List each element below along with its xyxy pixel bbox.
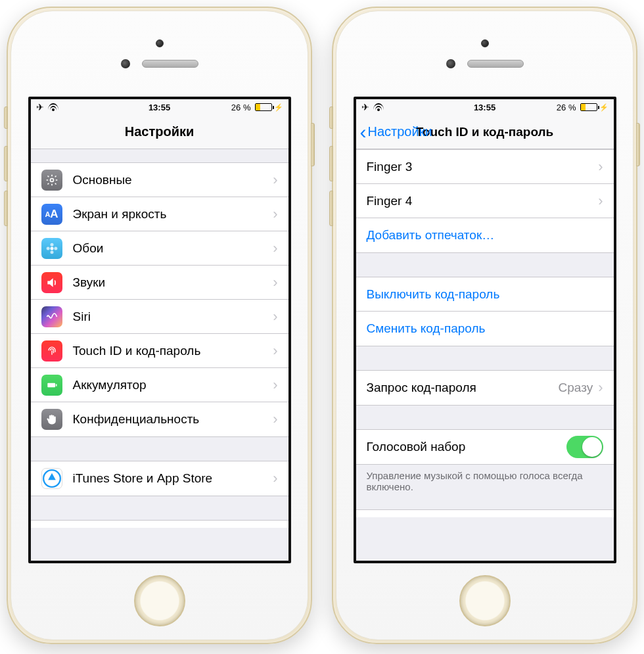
voice-dial-footer: Управление музыкой с помощью голоса всег…: [356, 465, 614, 498]
chevron-right-icon: ›: [273, 308, 277, 325]
phone-top-area: [11, 11, 308, 97]
charging-icon: ⚡: [599, 103, 609, 112]
row-general[interactable]: Основные ›: [31, 163, 288, 197]
row-label: Экран и яркость: [73, 207, 273, 222]
row-label: Сменить код-пароль: [367, 321, 603, 336]
chevron-right-icon: ›: [273, 206, 277, 223]
text-size-icon: AA: [41, 204, 62, 225]
home-button[interactable]: [134, 575, 185, 626]
chevron-right-icon: ›: [598, 158, 603, 175]
row-label: Звуки: [73, 275, 273, 290]
row-label: Обои: [73, 241, 273, 256]
row-privacy[interactable]: Конфиденциальность ›: [31, 402, 288, 436]
row-battery[interactable]: Аккумулятор ›: [31, 368, 288, 402]
svg-point-2: [50, 243, 53, 246]
row-turn-off-passcode[interactable]: Выключить код-пароль: [356, 277, 614, 312]
row-wallpaper[interactable]: Обои ›: [31, 231, 288, 266]
charging-icon: ⚡: [274, 103, 283, 112]
volume-down-button: [329, 191, 333, 226]
back-label: Настройки: [368, 124, 432, 139]
proximity-sensor: [121, 59, 130, 68]
back-button[interactable]: ‹ Настройки: [360, 115, 432, 149]
voice-dial-toggle[interactable]: [566, 436, 603, 458]
row-require-passcode[interactable]: Запрос код-пароля Сразу ›: [356, 371, 614, 405]
page-title: Настройки: [125, 124, 195, 139]
row-label: Siri: [73, 310, 273, 324]
earpiece: [142, 60, 198, 68]
chevron-left-icon: ‹: [360, 122, 367, 142]
row-voice-dial: Голосовой набор: [356, 430, 614, 464]
volume-up-button: [4, 146, 8, 181]
row-add-fingerprint[interactable]: Добавить отпечаток…: [356, 218, 614, 252]
proximity-sensor: [446, 59, 455, 68]
navbar: ‹ Настройки Touch ID и код-пароль: [356, 115, 614, 149]
speaker-icon: [41, 272, 62, 293]
settings-group-2: iTunes Store и App Store ›: [31, 461, 288, 496]
row-finger-3[interactable]: Finger 3 ›: [356, 150, 614, 184]
navbar: Настройки: [31, 115, 288, 149]
battery-percent: 26 %: [557, 103, 576, 112]
require-passcode-group: Запрос код-пароля Сразу ›: [356, 370, 614, 406]
peek-row: [356, 509, 614, 517]
chevron-right-icon: ›: [273, 240, 277, 257]
volume-down-button: [4, 191, 8, 226]
row-label: Голосовой набор: [367, 440, 566, 454]
row-label: Конфиденциальность: [73, 412, 273, 427]
voice-dial-group: Голосовой набор: [356, 429, 614, 465]
svg-point-0: [50, 178, 53, 181]
front-camera: [156, 39, 164, 47]
home-button[interactable]: [459, 575, 511, 626]
settings-group-1: Основные › AA Экран и яркость ›: [31, 162, 288, 437]
status-time: 13:55: [149, 103, 170, 112]
passcode-actions-group: Выключить код-пароль Сменить код-пароль: [356, 277, 614, 346]
svg-point-3: [50, 250, 53, 254]
row-label: Выключить код-пароль: [367, 287, 603, 302]
earpiece: [467, 60, 524, 68]
svg-point-4: [46, 246, 49, 250]
row-siri[interactable]: Siri ›: [31, 300, 288, 334]
row-label: Аккумулятор: [73, 378, 273, 392]
row-label: Добавить отпечаток…: [367, 228, 603, 243]
siri-icon: [41, 306, 62, 327]
front-camera: [481, 39, 489, 47]
row-label: iTunes Store и App Store: [73, 471, 273, 486]
chevron-right-icon: ›: [273, 411, 277, 428]
phone-left: ✈ 13:55 26 % ⚡ Настройки: [7, 7, 312, 644]
airplane-icon: ✈: [361, 102, 369, 112]
phone-top-area: [336, 11, 633, 97]
row-label: Finger 4: [367, 194, 599, 208]
status-bar: ✈ 13:55 26 % ⚡: [31, 99, 288, 115]
row-label: Touch ID и код-пароль: [73, 344, 273, 358]
chevron-right-icon: ›: [273, 377, 277, 394]
row-finger-4[interactable]: Finger 4 ›: [356, 184, 614, 218]
screen-touchid: ✈ 13:55 26 % ⚡ ‹ Настройки Touch ID: [354, 97, 616, 563]
battery-icon: [41, 375, 62, 396]
fingerprint-icon: [41, 340, 62, 362]
battery-percent: 26 %: [231, 103, 251, 112]
row-itunes[interactable]: iTunes Store и App Store ›: [31, 461, 288, 496]
battery-icon: [255, 103, 272, 111]
row-touchid[interactable]: Touch ID и код-пароль ›: [31, 334, 288, 368]
chevron-right-icon: ›: [273, 470, 277, 487]
row-label: Основные: [73, 173, 273, 187]
chevron-right-icon: ›: [273, 172, 277, 189]
svg-point-1: [50, 246, 53, 250]
row-change-passcode[interactable]: Сменить код-пароль: [356, 312, 614, 346]
row-sounds[interactable]: Звуки ›: [31, 266, 288, 300]
gear-icon: [41, 170, 62, 191]
phone-right: ✈ 13:55 26 % ⚡ ‹ Настройки Touch ID: [332, 7, 637, 644]
hand-icon: [41, 409, 62, 430]
svg-rect-7: [55, 384, 57, 386]
svg-rect-6: [47, 383, 55, 387]
fingerprints-group: Finger 2 › Finger 3 › Finger 4 › Добав: [356, 149, 614, 253]
peek-row: [31, 520, 288, 528]
wifi-icon: [48, 103, 58, 111]
row-display[interactable]: AA Экран и яркость ›: [31, 197, 288, 231]
chevron-right-icon: ›: [598, 193, 603, 210]
battery-icon: [580, 103, 597, 111]
screen-settings: ✈ 13:55 26 % ⚡ Настройки: [28, 97, 291, 563]
chevron-right-icon: ›: [598, 379, 603, 396]
mute-switch: [329, 106, 333, 129]
row-label: Запрос код-пароля: [367, 381, 559, 395]
airplane-icon: ✈: [36, 102, 44, 112]
